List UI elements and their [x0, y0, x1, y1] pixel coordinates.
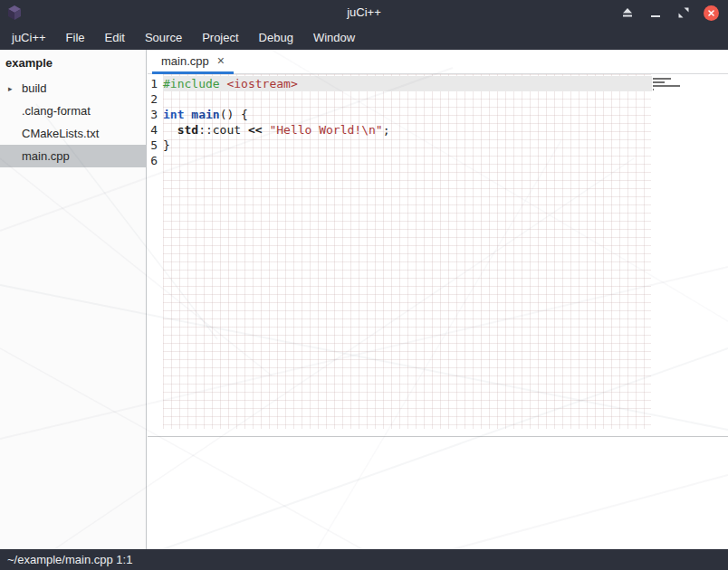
tab-bar: main.cpp × — [148, 50, 728, 74]
eject-icon[interactable] — [619, 5, 635, 21]
file-tree: example ▸ build .clang-format CMakeLists… — [0, 50, 147, 549]
menu-item-edit[interactable]: Edit — [95, 25, 135, 50]
tree-item-label: build — [22, 81, 46, 95]
code-line-text: int main() { — [163, 107, 652, 122]
minimize-button[interactable] — [647, 5, 663, 21]
tab-main-cpp[interactable]: main.cpp × — [152, 50, 234, 74]
line-number: 1 — [149, 76, 158, 91]
code-line-text — [163, 153, 652, 168]
editor-column: main.cpp × 1#include <iostream>23int mai… — [148, 50, 728, 549]
code-line-text: std::cout << "Hello World!\n"; — [163, 122, 652, 138]
code-line-text — [163, 91, 652, 107]
code-line[interactable]: 6 — [149, 153, 652, 168]
terminal-panel[interactable] — [148, 436, 728, 549]
code-line[interactable]: 4 std::cout << "Hello World!\n"; — [149, 122, 652, 138]
titlebar: juCi++ — [0, 0, 728, 25]
tab-close-icon[interactable]: × — [217, 54, 225, 67]
code-line[interactable]: 3int main() { — [149, 107, 652, 122]
menubar: juCi++ File Edit Source Project Debug Wi… — [0, 25, 728, 50]
project-root-label: example — [5, 56, 53, 70]
code-line[interactable]: 1#include <iostream> — [149, 76, 652, 91]
menu-item-juci[interactable]: juCi++ — [2, 25, 56, 50]
minimap-line — [653, 89, 654, 90]
tab-label: main.cpp — [161, 54, 209, 68]
tree-item-label: .clang-format — [22, 104, 91, 118]
menu-item-debug[interactable]: Debug — [249, 25, 303, 50]
tree-item-build[interactable]: ▸ build — [0, 77, 146, 100]
minimap-line — [653, 81, 665, 83]
line-number: 3 — [149, 107, 158, 122]
expand-arrow-icon[interactable]: ▸ — [8, 84, 13, 93]
content-area: example ▸ build .clang-format CMakeLists… — [0, 50, 728, 549]
code-line[interactable]: 2 — [149, 91, 652, 107]
code-line[interactable]: 5} — [149, 138, 652, 153]
status-bar: ~/example/main.cpp 1:1 — [0, 549, 728, 570]
window-controls — [619, 0, 719, 25]
menu-item-file[interactable]: File — [56, 25, 95, 50]
tree-item-clang-format[interactable]: .clang-format — [0, 100, 146, 122]
minimap-line — [653, 85, 680, 87]
close-button[interactable] — [704, 5, 719, 21]
code-area[interactable]: 1#include <iostream>23int main() {4 std:… — [149, 76, 652, 168]
tree-item-label: CMakeLists.txt — [22, 127, 99, 140]
app-window: juCi++ — [0, 0, 728, 570]
line-number: 6 — [149, 153, 158, 168]
tree-item-cmakelists[interactable]: CMakeLists.txt — [0, 122, 146, 145]
line-number: 2 — [149, 91, 158, 107]
menu-item-source[interactable]: Source — [135, 25, 192, 50]
line-number: 4 — [149, 122, 158, 138]
code-line-text: } — [163, 138, 652, 153]
line-number: 5 — [149, 138, 158, 153]
code-line-text: #include <iostream> — [163, 76, 652, 91]
menu-item-project[interactable]: Project — [192, 25, 248, 50]
tree-item-main-cpp[interactable]: main.cpp — [0, 145, 146, 167]
tree-item-label: main.cpp — [22, 149, 70, 163]
status-file-position: ~/example/main.cpp 1:1 — [7, 553, 132, 566]
code-editor[interactable]: 1#include <iostream>23int main() {4 std:… — [148, 74, 728, 436]
minimap-line — [653, 78, 671, 80]
menu-item-window[interactable]: Window — [303, 25, 365, 50]
restore-button[interactable] — [675, 5, 691, 21]
project-root[interactable]: example — [0, 50, 146, 77]
minimap — [653, 78, 684, 92]
